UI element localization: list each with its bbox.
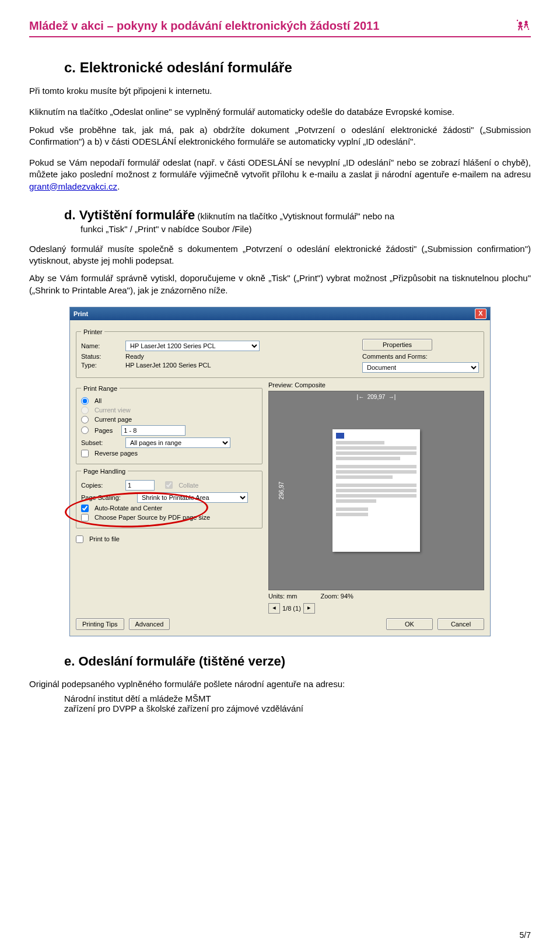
preview-width-dim: |← 209,97 →|	[357, 394, 396, 400]
page-number: 5/7	[520, 930, 531, 940]
page-next-button[interactable]: ►	[303, 603, 315, 614]
autorotate-checkbox[interactable]	[81, 505, 89, 512]
range-pages-radio[interactable]	[81, 426, 89, 434]
section-e-p1: Originál podepsaného vyplněného formulář…	[29, 678, 531, 690]
print-to-file-label: Print to file	[89, 535, 120, 542]
print-preview: |← 209,97 →| 296,97	[268, 391, 484, 590]
reverse-pages-checkbox[interactable]	[81, 450, 89, 457]
page-header: Mládež v akci – pokyny k podávání elektr…	[29, 17, 531, 37]
preview-sheet	[332, 429, 420, 552]
units-cell: Units: mm	[268, 593, 298, 600]
program-logo-icon	[514, 17, 531, 34]
section-e-title: e. Odeslání formuláře (tištěné verze)	[64, 654, 531, 669]
dialog-footer: Printing Tips Advanced OK Cancel	[76, 618, 484, 630]
page-prev-button[interactable]: ◄	[268, 603, 280, 614]
range-pages-label: Pages	[94, 427, 113, 434]
dialog-title: Print	[74, 310, 475, 317]
zoom-cell: Zoom: 94%	[321, 593, 354, 600]
preview-label: Preview: Composite	[268, 381, 484, 388]
eu-flag-icon	[336, 433, 344, 439]
page-scaling-select[interactable]: Shrink to Printable Area	[137, 492, 248, 503]
page-handling-group: Page Handling Copies: Collate Page Scali…	[76, 468, 262, 528]
section-c-p4: Pokud se Vám nepodaří formulář odeslat (…	[29, 157, 531, 192]
section-d-p2: Aby se Vám formulář správně vytiskl, dop…	[29, 272, 531, 296]
preview-paging: ◄ 1/8 (1) ►	[268, 603, 484, 614]
range-all-label: All	[94, 397, 102, 404]
cancel-button[interactable]: Cancel	[438, 618, 484, 630]
type-value: HP LaserJet 1200 Series PCL	[125, 362, 211, 369]
section-c-p1: Při tomto kroku musíte být připojeni k i…	[29, 85, 531, 97]
scaling-label: Page Scaling:	[81, 494, 134, 501]
print-to-file-checkbox[interactable]	[76, 535, 83, 543]
svg-point-3	[528, 29, 529, 30]
page-indicator: 1/8 (1)	[282, 605, 301, 612]
address-line-1: Národní institut dětí a mládeže MŠMT	[64, 694, 531, 703]
range-view-label: Current view	[94, 407, 131, 414]
comments-label: Comments and Forms:	[362, 353, 479, 360]
section-c-p3: Pokud vše proběhne tak, jak má, pak a) o…	[29, 124, 531, 148]
ok-button[interactable]: OK	[386, 618, 433, 630]
header-title: Mládež v akci – pokyny k podávání elektr…	[29, 19, 510, 33]
printer-name-select[interactable]: HP LaserJet 1200 Series PCL	[125, 341, 260, 351]
choose-papersource-label: Choose Paper Source by PDF page size	[94, 514, 210, 521]
range-currentpage-radio[interactable]	[81, 416, 89, 423]
range-legend: Print Range	[81, 385, 120, 392]
properties-button[interactable]: Properties	[362, 339, 432, 351]
range-view-radio	[81, 407, 89, 414]
print-range-group: Print Range All Current view Current pag…	[76, 385, 262, 464]
grant-email-link[interactable]: grant@mladezvakci.cz	[29, 181, 117, 191]
range-all-radio[interactable]	[81, 397, 89, 405]
svg-point-0	[519, 22, 522, 25]
status-value: Ready	[125, 353, 144, 360]
comments-select[interactable]: Document	[362, 362, 479, 373]
preview-height-dim: 296,97	[278, 481, 285, 499]
section-d-heading: d. Vytištění formuláře (kliknutím na tla…	[64, 208, 531, 234]
printer-group: Printer Name: HP LaserJet 1200 Series PC…	[76, 328, 484, 378]
choose-papersource-checkbox[interactable]	[81, 514, 89, 521]
range-currentpage-label: Current page	[94, 416, 132, 423]
handling-legend: Page Handling	[81, 468, 128, 475]
section-c-p4b: .	[117, 181, 120, 191]
collate-checkbox	[165, 481, 173, 489]
section-c-p4a: Pokud se Vám nepodaří formulář odeslat (…	[29, 157, 531, 179]
section-d-lead: d. Vytištění formuláře	[64, 208, 195, 222]
printer-legend: Printer	[81, 328, 104, 335]
reverse-pages-label: Reverse pages	[94, 450, 138, 457]
address-line-2: zařízení pro DVPP a školské zařízení pro…	[64, 703, 531, 713]
print-dialog: Print X Printer Name: HP LaserJet 1200 S…	[69, 307, 491, 636]
advanced-button[interactable]: Advanced	[129, 618, 170, 630]
copies-label: Copies:	[81, 482, 122, 489]
autorotate-label: Auto-Rotate and Center	[94, 505, 162, 512]
subset-label: Subset:	[81, 439, 122, 446]
subset-select[interactable]: All pages in range	[125, 437, 230, 448]
dialog-body: Printer Name: HP LaserJet 1200 Series PC…	[70, 320, 490, 636]
section-c-title: c. Elektronické odeslání formuláře	[64, 59, 531, 76]
collate-label: Collate	[178, 482, 198, 489]
section-d-line2: funkci „Tisk" / „Print" v nabídce Soubor…	[80, 224, 531, 234]
status-label: Status:	[81, 353, 122, 360]
section-d-p1: Odeslaný formulář musíte společně s doku…	[29, 243, 531, 267]
type-label: Type:	[81, 362, 122, 369]
printing-tips-button[interactable]: Printing Tips	[76, 618, 124, 630]
close-icon[interactable]: X	[475, 309, 487, 319]
pages-input[interactable]	[121, 425, 186, 436]
copies-input[interactable]	[125, 480, 155, 491]
svg-point-2	[517, 20, 518, 21]
dialog-titlebar: Print X	[70, 307, 490, 320]
section-d-tail: (kliknutím na tlačítko „Vytisknout formu…	[198, 211, 394, 221]
svg-point-1	[525, 21, 528, 24]
name-label: Name:	[81, 342, 122, 349]
section-c-p2: Kliknutím na tlačítko „Odeslat online" s…	[29, 106, 531, 118]
document-page: Mládež v akci – pokyny k podávání elektr…	[0, 0, 560, 949]
